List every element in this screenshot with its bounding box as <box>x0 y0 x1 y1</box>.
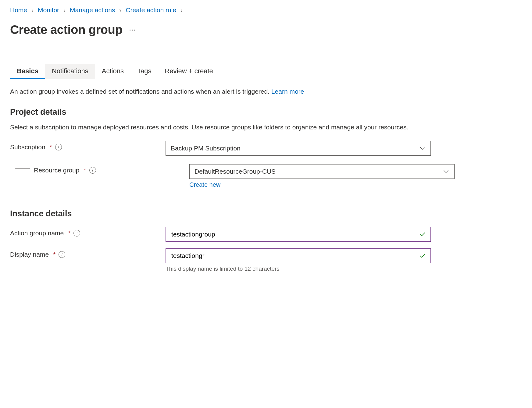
instance-details-heading: Instance details <box>10 209 522 218</box>
subscription-value: Backup PM Subscription <box>171 145 241 152</box>
display-name-input-wrapper <box>166 248 431 263</box>
intro-body: An action group invokes a defined set of… <box>10 88 271 95</box>
required-mark: * <box>53 251 55 258</box>
info-icon[interactable]: i <box>55 144 62 150</box>
info-icon[interactable]: i <box>59 251 65 258</box>
chevron-down-icon <box>419 145 426 152</box>
learn-more-link[interactable]: Learn more <box>271 88 304 95</box>
required-mark: * <box>50 143 52 151</box>
info-icon[interactable]: i <box>89 167 96 174</box>
resource-group-label-text: Resource group <box>34 167 79 174</box>
chevron-right-icon: › <box>180 6 183 14</box>
subscription-label: Subscription * i <box>10 141 166 151</box>
resource-group-select[interactable]: DefaultResourceGroup-CUS <box>189 164 455 179</box>
tab-bar: Basics Notifications Actions Tags Review… <box>10 64 522 79</box>
required-mark: * <box>68 229 70 237</box>
tab-tags[interactable]: Tags <box>130 64 158 79</box>
project-details-heading: Project details <box>10 107 522 117</box>
subscription-select[interactable]: Backup PM Subscription <box>166 141 431 156</box>
chevron-right-icon: › <box>119 6 121 14</box>
page-title: Create action group <box>10 23 122 37</box>
breadcrumb-manage-actions[interactable]: Manage actions <box>70 6 115 14</box>
breadcrumb-create-action-rule[interactable]: Create action rule <box>126 6 176 14</box>
tab-review-create[interactable]: Review + create <box>158 64 220 79</box>
info-icon[interactable]: i <box>73 230 80 236</box>
required-mark: * <box>84 167 86 174</box>
action-group-name-input-wrapper <box>166 227 431 242</box>
resource-group-label: Resource group * i <box>10 164 189 174</box>
more-actions-icon[interactable]: ⋯ <box>129 26 136 34</box>
tab-notifications[interactable]: Notifications <box>45 64 95 79</box>
project-details-text: Select a subscription to manage deployed… <box>10 122 443 132</box>
tab-basics[interactable]: Basics <box>10 64 45 79</box>
breadcrumb-monitor[interactable]: Monitor <box>38 6 59 14</box>
checkmark-icon <box>419 231 426 238</box>
display-name-label: Display name * i <box>10 248 166 258</box>
breadcrumb: Home › Monitor › Manage actions › Create… <box>10 6 522 14</box>
checkmark-icon <box>419 252 426 259</box>
display-name-input[interactable] <box>171 252 415 260</box>
chevron-right-icon: › <box>31 6 34 14</box>
action-group-name-input[interactable] <box>171 230 415 238</box>
action-group-name-label-text: Action group name <box>10 229 64 237</box>
create-new-rg-link[interactable]: Create new <box>189 181 455 188</box>
breadcrumb-home[interactable]: Home <box>10 6 27 14</box>
tab-actions[interactable]: Actions <box>95 64 130 79</box>
display-name-helper: This display name is limited to 12 chara… <box>166 265 431 272</box>
action-group-name-label: Action group name * i <box>10 227 166 237</box>
chevron-right-icon: › <box>63 6 66 14</box>
intro-text: An action group invokes a defined set of… <box>10 88 443 95</box>
resource-group-value: DefaultResourceGroup-CUS <box>195 168 276 175</box>
subscription-label-text: Subscription <box>10 143 45 151</box>
display-name-label-text: Display name <box>10 251 49 258</box>
chevron-down-icon <box>443 168 449 175</box>
